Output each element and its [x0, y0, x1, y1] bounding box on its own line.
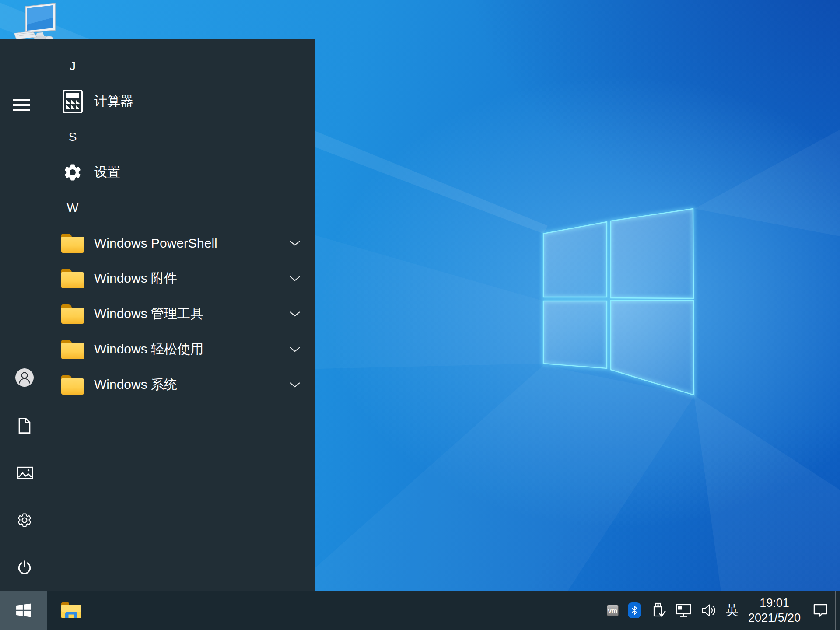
action-center-button[interactable] [812, 603, 829, 618]
folder-item-windows-ease-of-access[interactable]: Windows 轻松使用 [0, 332, 315, 367]
taskbar-clock[interactable]: 19:01 2021/5/20 [748, 595, 801, 625]
this-pc-desktop-icon[interactable] [11, 2, 62, 44]
folder-label: Windows 轻松使用 [94, 340, 203, 358]
folder-icon [61, 373, 84, 397]
action-center-icon [812, 603, 829, 618]
pictures-button[interactable] [17, 466, 33, 480]
chevron-down-icon[interactable] [289, 240, 301, 246]
start-menu-panel: J 计算器 S [0, 39, 315, 591]
app-item-calculator[interactable]: 计算器 [0, 84, 315, 119]
folder-icon [61, 231, 84, 255]
power-button[interactable] [17, 560, 32, 575]
windows-logo-icon [16, 602, 32, 618]
calculator-icon [61, 90, 84, 113]
folder-icon [61, 338, 84, 361]
vmware-label: vm [608, 607, 618, 614]
folder-icon [61, 302, 84, 326]
chevron-down-icon[interactable] [289, 276, 301, 282]
section-letter: S [61, 130, 84, 144]
volume-tray-icon[interactable] [701, 603, 717, 618]
network-icon [675, 603, 692, 618]
user-avatar-icon [15, 368, 34, 387]
documents-button[interactable] [17, 417, 32, 434]
settings-button[interactable] [17, 512, 32, 528]
user-account-button[interactable] [15, 368, 34, 387]
chevron-down-icon[interactable] [289, 311, 301, 317]
file-explorer-button[interactable] [58, 591, 85, 630]
section-letter: J [61, 59, 84, 73]
bluetooth-icon [630, 604, 639, 616]
chevron-down-icon[interactable] [289, 382, 301, 388]
section-letter: W [61, 201, 84, 215]
bluetooth-tray-icon[interactable] [628, 602, 641, 618]
section-header-J[interactable]: J [0, 48, 315, 84]
power-icon [17, 560, 32, 575]
folder-item-windows-system[interactable]: Windows 系统 [0, 367, 315, 402]
clock-date: 2021/5/20 [748, 610, 801, 625]
folder-label: Windows 附件 [94, 270, 177, 287]
app-label: 计算器 [94, 92, 133, 110]
folder-icon [61, 267, 84, 290]
computer-monitor-icon [11, 2, 62, 44]
folder-label: Windows PowerShell [94, 236, 217, 251]
gear-outline-icon [17, 512, 32, 528]
document-icon [18, 417, 32, 434]
clock-time: 19:01 [748, 595, 801, 610]
folder-item-windows-accessories[interactable]: Windows 附件 [0, 261, 315, 296]
section-header-W[interactable]: W [0, 190, 315, 225]
show-desktop-button[interactable] [835, 591, 840, 630]
speaker-icon [701, 603, 717, 618]
section-header-S[interactable]: S [0, 119, 315, 154]
chevron-down-icon[interactable] [289, 346, 301, 353]
vmware-tools-tray-icon[interactable]: vm [607, 605, 619, 616]
start-button[interactable] [0, 591, 47, 630]
pictures-icon [17, 466, 33, 480]
app-label: 设置 [94, 163, 120, 181]
folder-label: Windows 系统 [94, 376, 177, 394]
folder-item-windows-admin-tools[interactable]: Windows 管理工具 [0, 296, 315, 332]
screen: J 计算器 S [0, 0, 840, 630]
start-menu-app-list: J 计算器 S [0, 48, 315, 402]
taskbar: vm [0, 591, 840, 630]
usb-device-icon [650, 602, 666, 619]
file-explorer-icon [60, 601, 82, 620]
network-tray-icon[interactable] [675, 603, 692, 618]
usb-safely-remove-tray-icon[interactable] [650, 602, 666, 619]
gear-icon [61, 161, 84, 184]
app-item-settings[interactable]: 设置 [0, 154, 315, 190]
folder-item-windows-powershell[interactable]: Windows PowerShell [0, 225, 315, 261]
folder-label: Windows 管理工具 [94, 305, 203, 323]
system-tray: vm [607, 591, 829, 630]
ime-language-indicator[interactable]: 英 [725, 602, 738, 620]
wallpaper-windows-logo [543, 209, 694, 395]
